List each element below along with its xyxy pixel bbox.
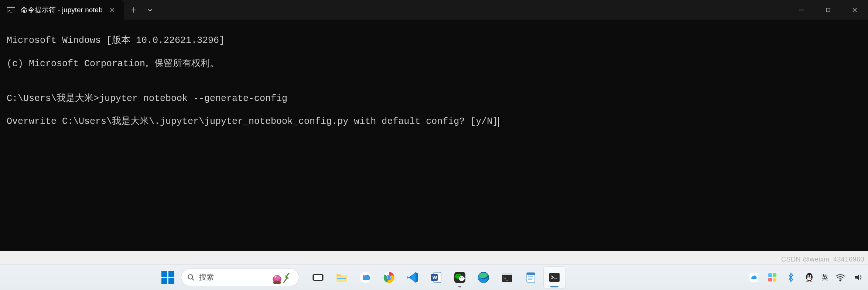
file-explorer-button[interactable]: [331, 267, 352, 288]
svg-point-52: [810, 276, 811, 276]
svg-point-55: [810, 281, 813, 282]
terminal-window: >_ 命令提示符 - jupyter noteboo: [0, 0, 868, 251]
tray-volume-icon[interactable]: [852, 271, 865, 284]
tray-widgets-icon[interactable]: [766, 271, 779, 284]
svg-point-20: [387, 276, 390, 279]
edge-button[interactable]: [473, 267, 494, 288]
tab-title: 命令提示符 - jupyter noteboo: [21, 5, 102, 15]
wechat-button[interactable]: [449, 267, 471, 288]
close-window-button[interactable]: [841, 0, 868, 20]
svg-rect-3: [826, 8, 830, 12]
svg-text:W: W: [433, 275, 437, 280]
search-icon: [187, 274, 195, 281]
svg-text:>_: >_: [503, 276, 509, 281]
tab-close-button[interactable]: [107, 5, 117, 15]
svg-rect-44: [773, 273, 776, 277]
svg-point-51: [808, 276, 809, 276]
svg-point-29: [460, 277, 461, 278]
svg-point-26: [459, 276, 465, 281]
task-view-button[interactable]: [307, 267, 329, 288]
svg-point-54: [806, 281, 809, 282]
terminal-line: (c) Microsoft Corporation。保留所有权利。: [7, 58, 861, 70]
terminal-taskbar-button[interactable]: [544, 267, 565, 288]
tabs-area: >_ 命令提示符 - jupyter noteboo: [0, 0, 788, 20]
new-tab-button[interactable]: [124, 0, 143, 20]
search-placeholder: 搜索: [199, 272, 263, 282]
svg-point-7: [275, 276, 277, 277]
cmd-tab-icon: >_: [7, 6, 16, 14]
baidu-netdisk-button[interactable]: [355, 267, 376, 288]
svg-rect-14: [337, 278, 346, 279]
search-decoration-icon: [267, 269, 293, 286]
tab-dropdown-button[interactable]: [143, 0, 157, 20]
svg-rect-8: [273, 281, 281, 284]
svg-point-6: [274, 275, 280, 280]
taskbar-pinned: W >_: [307, 267, 565, 288]
terminal-overwrite-line: Overwrite C:\Users\我是大米\.jupyter\jupyter…: [7, 116, 861, 127]
tray-baidu-icon[interactable]: [748, 271, 760, 284]
terminal-output[interactable]: Microsoft Windows [版本 10.0.22621.3296] (…: [0, 20, 868, 251]
start-button[interactable]: [159, 269, 177, 286]
title-bar: >_ 命令提示符 - jupyter noteboo: [0, 0, 868, 20]
svg-rect-1: [7, 7, 15, 8]
svg-rect-10: [314, 275, 322, 280]
vscode-button[interactable]: [402, 267, 423, 288]
svg-point-27: [457, 275, 458, 276]
terminal-line: Microsoft Windows [版本 10.0.22621.3296]: [7, 35, 861, 46]
svg-rect-33: [502, 273, 512, 275]
svg-text:>_: >_: [8, 9, 12, 13]
terminal-overwrite-text: Overwrite C:\Users\我是大米\.jupyter\jupyter…: [7, 116, 498, 127]
taskbar-left: 搜索: [159, 267, 565, 288]
taskbar: 搜索: [0, 264, 868, 290]
svg-point-56: [840, 280, 841, 281]
svg-rect-12: [322, 275, 324, 280]
notepad-button[interactable]: [520, 267, 541, 288]
svg-rect-43: [768, 273, 772, 277]
svg-rect-45: [768, 278, 772, 281]
tray-bluetooth-icon[interactable]: [785, 271, 797, 284]
maximize-button[interactable]: [815, 0, 841, 20]
minimize-button[interactable]: [788, 0, 815, 20]
watermark: CSDN @weixin_43416960: [781, 256, 864, 263]
svg-rect-40: [549, 273, 560, 282]
terminal-cursor: [498, 117, 499, 127]
svg-point-28: [459, 275, 460, 276]
svg-rect-36: [527, 273, 535, 275]
windows-logo-icon: [161, 271, 174, 284]
chrome-button[interactable]: [378, 267, 400, 288]
svg-point-53: [809, 277, 810, 277]
svg-point-30: [462, 277, 463, 278]
svg-rect-11: [312, 275, 314, 280]
taskbar-search[interactable]: 搜索: [181, 269, 299, 286]
svg-point-16: [363, 275, 365, 277]
svg-rect-46: [773, 278, 776, 281]
word-button[interactable]: W: [426, 267, 447, 288]
window-controls: [788, 0, 868, 20]
terminal-prompt-line: C:\Users\我是大米>jupyter notebook --generat…: [7, 93, 861, 104]
tab-active[interactable]: >_ 命令提示符 - jupyter noteboo: [0, 0, 124, 20]
svg-point-4: [188, 274, 193, 279]
tray-ime-indicator[interactable]: 英: [821, 273, 828, 282]
system-tray: 英: [748, 264, 865, 290]
tray-wifi-icon[interactable]: [834, 271, 847, 284]
cmd-pinned-button[interactable]: >_: [496, 267, 518, 288]
tray-qq-icon[interactable]: [803, 271, 816, 284]
